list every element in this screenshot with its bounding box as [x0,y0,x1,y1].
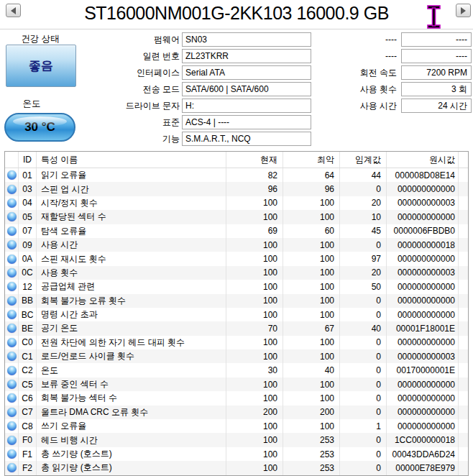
cell-raw: 000000000000 [387,419,459,433]
stat-field-value[interactable]: 24 시간 [401,99,472,113]
smart-attribute-row[interactable]: C0전원 차단에 의한 자기 헤드 대피 횟수10010000000000000… [5,336,468,349]
status-cell [5,391,19,405]
status-good-orb-icon [7,421,17,431]
smart-attribute-row[interactable]: C1로드/언로드 사이클 횟수1001000000000000003 [5,349,468,363]
cell-raw: 000000000000 [387,182,459,196]
status-good-orb-icon [7,170,17,180]
smart-attribute-row[interactable]: C7울트라 DMA CRC 오류 횟수2002000000000000000 [5,406,468,419]
cell-raw: 000000000000 [387,377,459,391]
health-status-button[interactable]: 좋음 [6,45,76,87]
next-disk-button[interactable] [456,4,471,17]
cell-current: 69 [226,224,283,238]
info-field-row: 전송 모드SATA/600 | SATA/600 [83,82,311,96]
cell-worst: 100 [283,238,340,252]
cell-id: F1 [19,447,37,461]
row-filler [459,266,468,280]
stat-field-label: 사용 횟수 [311,83,397,96]
smart-attribute-row[interactable]: BB회복 불가능 오류 횟수1001000000000000000 [5,294,468,308]
column-header[interactable]: 임계값 [340,152,387,168]
cell-raw: 00000E78E979 [387,461,459,475]
info-field-value[interactable]: SN03 [182,32,311,47]
info-field-value[interactable]: ZL23TKRR [182,49,311,63]
cell-id: 09 [19,238,37,252]
info-field-value[interactable]: Serial ATA [182,65,311,80]
stat-field-label: 사용 시간 [311,100,397,112]
info-field-value[interactable]: S.M.A.R.T., NCQ [182,132,311,146]
smart-attribute-row[interactable]: C2온도3040000170000001E [5,363,468,377]
prev-disk-button[interactable] [6,4,21,17]
smart-attribute-row[interactable]: 05재할당된 섹터 수10010010000000000000 [5,210,468,224]
smart-attribute-row[interactable]: 01읽기 오류율826444000008D08E14 [5,168,468,182]
smart-attribute-row[interactable]: 03스핀 업 시간96960000000000000 [5,182,468,196]
row-filler [459,196,468,210]
cell-raw: 000000000003 [387,349,459,363]
smart-attribute-row[interactable]: 04시작/정지 횟수10010020000000000003 [5,196,468,210]
smart-attribute-row[interactable]: 07탐색 오류율6960450000006FBDB0 [5,224,468,238]
stat-field-label: 회전 속도 [311,67,397,79]
column-header[interactable]: 현재 [226,152,283,168]
smart-attribute-row[interactable]: 09사용 시간1001000000000000018 [5,238,468,252]
info-field-value[interactable]: SATA/600 | SATA/600 [182,82,311,96]
smart-attribute-row[interactable]: F1총 쓰기량 (호스트)100253000043DDA6D24 [5,447,468,461]
cell-current: 100 [226,294,283,308]
cell-id: 04 [19,196,37,210]
cell-name: 명령 시간 초과 [37,308,226,321]
cell-threshold: 0 [340,461,387,475]
cell-id: BB [19,294,37,308]
smart-attribute-row[interactable]: F0헤드 비행 시간10025301CC000000018 [5,433,468,447]
smart-attribute-table: ID특성 이름현재최악임계값원시값 01읽기 오류율826444000008D0… [4,151,469,476]
cell-raw: 000000000000 [387,280,459,293]
cell-id: BE [19,321,37,335]
cell-current: 82 [226,168,283,182]
smart-attribute-row[interactable]: BE공기 온도70674000001F18001E [5,321,468,335]
smart-attribute-row[interactable]: C5보류 중인 섹터 수1001000000000000000 [5,377,468,391]
cell-worst: 100 [283,308,340,321]
cell-worst: 253 [283,461,340,475]
cell-name: 전원 차단에 의한 자기 헤드 대피 횟수 [37,336,226,349]
stat-field-value[interactable]: ---- [401,32,472,47]
info-field-value[interactable]: ACS-4 | ---- [182,115,311,129]
smart-attribute-row[interactable]: F2총 읽기량 (호스트)100253000000E78E979 [5,461,468,475]
row-filler [459,363,468,377]
smart-attribute-row[interactable]: C6회복 불가능 섹터 수1001000000000000000 [5,391,468,405]
column-header[interactable]: 원시값 [387,152,459,168]
cell-name: 탐색 오류율 [37,224,226,238]
stat-field-value[interactable]: ---- [401,49,472,63]
status-cell [5,377,19,391]
info-field-row: 펌웨어SN03 [83,32,311,47]
status-good-orb-icon [7,282,17,291]
cell-threshold: 20 [340,266,387,280]
smart-attribute-row[interactable]: 12공급업체 관련10010050000000000000 [5,280,468,293]
cell-raw: 00170000001E [387,363,459,377]
cell-name: 읽기 오류율 [37,168,226,182]
cell-worst: 100 [283,196,340,210]
smart-attribute-row[interactable]: C8쓰기 오류율1001001000000000000 [5,419,468,433]
stat-field-value[interactable]: 7200 RPM [401,65,472,80]
cell-id: C2 [19,363,37,377]
column-header[interactable] [5,152,19,168]
column-header[interactable]: ID [19,152,37,168]
info-field-value[interactable]: H: [182,99,311,113]
cell-id: F2 [19,461,37,475]
column-header[interactable]: 최악 [283,152,340,168]
column-header[interactable]: 특성 이름 [37,152,226,168]
cell-name: 시작/정지 횟수 [37,196,226,210]
smart-attribute-row[interactable]: 0C사용 횟수10010020000000000003 [5,266,468,280]
cell-raw: 000000000003 [387,266,459,280]
row-filler [459,182,468,196]
stat-field-value[interactable]: 3 회 [401,82,472,96]
info-field-row: 인터페이스Serial ATA [83,65,311,80]
smart-attribute-row[interactable]: 0A스핀 재시도 횟수10010097000000000000 [5,252,468,265]
cell-raw: 000000000000 [387,210,459,224]
cell-current: 96 [226,182,283,196]
cell-current: 70 [226,321,283,335]
cell-worst: 67 [283,321,340,335]
row-filler [459,238,468,252]
cell-id: 01 [19,168,37,182]
smart-attribute-row[interactable]: BC명령 시간 초과1001000000000000000 [5,308,468,321]
temperature-badge[interactable]: 30 °C [4,113,75,142]
cell-name: 헤드 비행 시간 [37,433,226,447]
status-good-orb-icon [7,338,17,347]
cell-threshold: 0 [340,238,387,252]
cell-current: 100 [226,308,283,321]
